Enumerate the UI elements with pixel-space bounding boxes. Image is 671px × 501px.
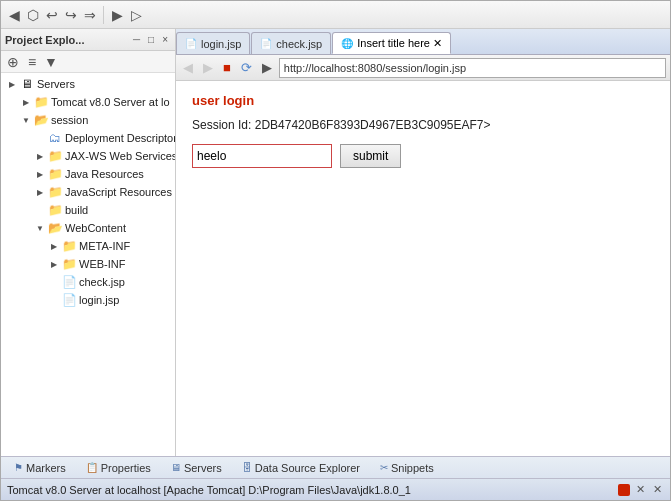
status-x2-icon[interactable]: ✕ <box>650 483 664 497</box>
url-input[interactable] <box>279 58 666 78</box>
sidebar-add-icon[interactable]: ⊕ <box>5 54 21 70</box>
sidebar-header: Project Explo... ─ □ × <box>1 29 175 51</box>
tree-arrow-meta: ▶ <box>47 239 61 253</box>
tree-label-login-jsp: login.jsp <box>79 294 119 306</box>
browser-back-btn[interactable]: ◀ <box>180 59 196 76</box>
session-folder-icon: 📂 <box>33 112 49 128</box>
tab-check-label: check.jsp <box>276 38 322 50</box>
tab-login-label: login.jsp <box>201 38 241 50</box>
login-jsp-icon: 📄 <box>61 292 77 308</box>
toolbar-nav3-icon[interactable]: ▷ <box>128 7 144 23</box>
tree-item-build[interactable]: ▶ 📁 build <box>1 201 175 219</box>
status-stop-icon[interactable] <box>618 484 630 496</box>
tree-item-jax-ws[interactable]: ▶ 📁 JAX-WS Web Services <box>1 147 175 165</box>
sidebar-minimize-btn[interactable]: ─ <box>130 33 143 46</box>
toolbar-redo-icon[interactable]: ↪ <box>63 7 79 23</box>
tab-login-jsp[interactable]: 📄 login.jsp <box>176 32 250 54</box>
status-text: Tomcat v8.0 Server at localhost [Apache … <box>7 484 411 496</box>
tab-servers[interactable]: 🖥 Servers <box>162 459 231 477</box>
tab-title[interactable]: 🌐 Insert title here ✕ <box>332 32 451 54</box>
main-window: ◀ ⬡ ↩ ↪ ⇒ ▶ ▷ Project Explo... ─ □ × ⊕ ≡… <box>0 0 671 501</box>
web-content: user login Session Id: 2DB47420B6F8393D4… <box>176 81 670 456</box>
tab-markers[interactable]: ⚑ Markers <box>5 459 75 477</box>
tab-properties[interactable]: 📋 Properties <box>77 459 160 477</box>
tree-arrow-web-inf: ▶ <box>47 257 61 271</box>
toolbar-nav2-icon[interactable]: ⇒ <box>82 7 98 23</box>
browser-go-icon[interactable]: ▶ <box>259 59 275 76</box>
sidebar-menu-icon[interactable]: ≡ <box>24 54 40 70</box>
tab-snippets[interactable]: ✂ Snippets <box>371 459 443 477</box>
login-input[interactable] <box>192 144 332 168</box>
java-resources-icon: 📁 <box>47 166 63 182</box>
tree-item-login-jsp[interactable]: ▶ 📄 login.jsp <box>1 291 175 309</box>
tab-title-label: Insert title here ✕ <box>357 37 442 50</box>
bottom-tab-bar: ⚑ Markers 📋 Properties 🖥 Servers 🗄 Data … <box>1 456 670 478</box>
tree-item-check-jsp[interactable]: ▶ 📄 check.jsp <box>1 273 175 291</box>
datasource-label: Data Source Explorer <box>255 462 360 474</box>
markers-label: Markers <box>26 462 66 474</box>
properties-icon: 📋 <box>86 462 98 473</box>
tab-check-jsp[interactable]: 📄 check.jsp <box>251 32 331 54</box>
servers-icon: 🖥 <box>171 462 181 473</box>
toolbar-separator-1 <box>103 6 104 24</box>
tree-item-web-inf[interactable]: ▶ 📁 WEB-INF <box>1 255 175 273</box>
tree-item-meta-inf[interactable]: ▶ 📁 META-INF <box>1 237 175 255</box>
main-area: Project Explo... ─ □ × ⊕ ≡ ▼ ▶ 🖥 Servers <box>1 29 670 456</box>
jax-icon: 📁 <box>47 148 63 164</box>
webcontent-icon: 📂 <box>47 220 63 236</box>
tree-item-session[interactable]: ▼ 📂 session <box>1 111 175 129</box>
tree-arrow-tomcat: ▶ <box>19 95 33 109</box>
toolbar-nav1-icon[interactable]: ⬡ <box>25 7 41 23</box>
tree-arrow-java: ▶ <box>33 167 47 181</box>
tree-item-deployment[interactable]: ▶ 🗂 Deployment Descriptor <box>1 129 175 147</box>
sidebar-dropdown-icon[interactable]: ▼ <box>43 54 59 70</box>
browser-refresh-icon[interactable]: ⟳ <box>238 59 255 76</box>
datasource-icon: 🗄 <box>242 462 252 473</box>
tree-item-webcontent[interactable]: ▼ 📂 WebContent <box>1 219 175 237</box>
snippets-icon: ✂ <box>380 462 388 473</box>
tree-label-webcontent: WebContent <box>65 222 126 234</box>
status-bar: Tomcat v8.0 Server at localhost [Apache … <box>1 478 670 500</box>
tree-label-servers: Servers <box>37 78 75 90</box>
browser-forward-btn[interactable]: ▶ <box>200 59 216 76</box>
javascript-resources-icon: 📁 <box>47 184 63 200</box>
submit-button[interactable]: submit <box>340 144 401 168</box>
browser-stop-btn[interactable]: ■ <box>220 59 234 76</box>
status-icons: ✕ ✕ <box>618 483 664 497</box>
markers-icon: ⚑ <box>14 462 23 473</box>
tab-title-icon: 🌐 <box>341 38 353 49</box>
session-id-text: Session Id: 2DB47420B6F8393D4967EB3C9095… <box>192 118 654 132</box>
properties-label: Properties <box>101 462 151 474</box>
tree-label-check-jsp: check.jsp <box>79 276 125 288</box>
tree-item-tomcat[interactable]: ▶ 📁 Tomcat v8.0 Server at lo <box>1 93 175 111</box>
browser-toolbar: ◀ ▶ ■ ⟳ ▶ <box>176 55 670 81</box>
toolbar-forward-icon[interactable]: ▶ <box>109 7 125 23</box>
tree-item-java-resources[interactable]: ▶ 📁 Java Resources <box>1 165 175 183</box>
tab-datasource[interactable]: 🗄 Data Source Explorer <box>233 459 369 477</box>
tree-arrow-jax: ▶ <box>33 149 47 163</box>
tree-label-web-inf: WEB-INF <box>79 258 125 270</box>
tree-item-servers[interactable]: ▶ 🖥 Servers <box>1 75 175 93</box>
status-x1-icon[interactable]: ✕ <box>633 483 647 497</box>
toolbar-back-icon[interactable]: ◀ <box>6 7 22 23</box>
sidebar-close-btn[interactable]: × <box>159 33 171 46</box>
tree-label-java-resources: Java Resources <box>65 168 144 180</box>
tree-label-jax: JAX-WS Web Services <box>65 150 175 162</box>
tree-arrow-servers: ▶ <box>5 77 19 91</box>
tree-item-javascript-resources[interactable]: ▶ 📁 JavaScript Resources <box>1 183 175 201</box>
sidebar-maximize-btn[interactable]: □ <box>145 33 157 46</box>
meta-inf-icon: 📁 <box>61 238 77 254</box>
tree-label-deployment: Deployment Descriptor <box>65 132 175 144</box>
tomcat-icon: 📁 <box>33 94 49 110</box>
tree-arrow-javascript: ▶ <box>33 185 47 199</box>
servers-label: Servers <box>184 462 222 474</box>
main-toolbar: ◀ ⬡ ↩ ↪ ⇒ ▶ ▷ <box>1 1 670 29</box>
page-title: user login <box>192 93 654 108</box>
project-explorer-sidebar: Project Explo... ─ □ × ⊕ ≡ ▼ ▶ 🖥 Servers <box>1 29 176 456</box>
check-jsp-icon: 📄 <box>61 274 77 290</box>
tree-label-javascript-resources: JavaScript Resources <box>65 186 172 198</box>
toolbar-undo-icon[interactable]: ↩ <box>44 7 60 23</box>
tree-label-build: build <box>65 204 88 216</box>
tab-bar: 📄 login.jsp 📄 check.jsp 🌐 Insert title h… <box>176 29 670 55</box>
snippets-label: Snippets <box>391 462 434 474</box>
